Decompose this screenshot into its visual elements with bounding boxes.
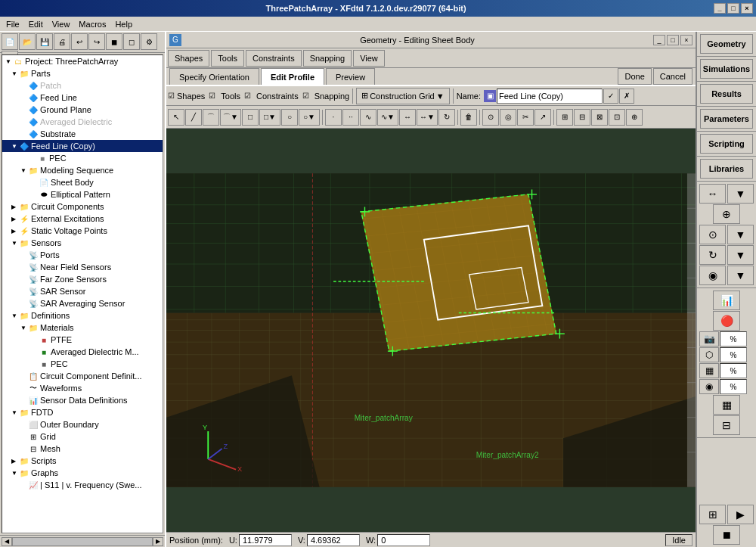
save-btn[interactable]: 💾 [36,33,53,50]
pan-btn[interactable]: ↔ [699,184,726,204]
tree-sensors[interactable]: ▼ 📁 Sensors [2,237,163,249]
fillet-btn[interactable]: ◎ [500,109,516,126]
geo-close-button[interactable]: × [680,35,692,45]
tool3-btn[interactable]: ⚙ [141,33,157,50]
tree-pec2[interactable]: ■ PEC [2,358,163,370]
scrollbar-thumb[interactable] [12,537,153,546]
camera-btn[interactable]: 📷 [699,331,719,347]
construction-grid-btn[interactable]: ⊞ Construction Grid ▼ [356,88,449,104]
tree-external[interactable]: ▶ ⚡ External Excitations [2,213,163,225]
zoom-dropdown-btn[interactable]: ▼ [727,225,754,244]
grid-view-btn[interactable]: ▦ [713,395,740,415]
pts2-btn[interactable]: ·· [342,109,359,126]
tree-avgdie[interactable]: 🔷 Averaged Dielectric [2,116,163,128]
print-btn[interactable]: 🖨 [54,33,70,50]
geometry-canvas[interactable]: Miter_patchArray Miter_patchArray2 Y [166,129,696,532]
tab-specify-orientation[interactable]: Specify Orientation [169,68,259,85]
zoom-btn[interactable]: ⊙ [699,225,726,244]
tree-parts[interactable]: ▼ 📁 Parts [2,67,163,79]
tree-s11[interactable]: 📈 | S11 | v. Frequency (Swe... [2,479,163,491]
spline-dropdown-btn[interactable]: ∿▼ [377,109,398,126]
tree-sheetbody[interactable]: 📄 Sheet Body [2,176,163,188]
pan-dropdown-btn[interactable]: ▼ [727,184,754,204]
lock-btn[interactable]: ⊟ [713,415,740,435]
name-accept-btn[interactable]: ✓ [603,89,618,104]
circle-dropdown-btn[interactable]: ○▼ [299,109,320,126]
trim-btn[interactable]: ✂ [517,109,534,126]
tree-feedlinecopy[interactable]: ▼ 🔷 Feed Line (Copy) [2,140,163,152]
rotate-dropdown-btn[interactable]: ▼ [727,245,754,265]
scripting-btn[interactable]: Scripting [700,134,753,154]
pct-btn3[interactable]: % [720,363,747,378]
shapes-menu[interactable]: Shapes [168,50,209,67]
zoom-fit-btn[interactable]: ⊕ [713,204,740,224]
geo-minimize-button[interactable]: _ [653,35,665,45]
menu-help[interactable]: Help [110,18,137,30]
simulations-btn[interactable]: Simulations [700,59,753,79]
scroll-right-btn[interactable]: ▶ [153,537,163,546]
tree-sar[interactable]: 📡 SAR Sensor [2,285,163,297]
tree-nearfield[interactable]: 📡 Near Field Sensors [2,261,163,273]
pts-btn[interactable]: · [325,109,342,126]
pointer-btn[interactable]: ↖ [168,109,184,126]
tree-definitions[interactable]: ▼ 📁 Definitions [2,309,163,322]
tree-outerboundary[interactable]: ⬜ Outer Boundary [2,418,163,430]
play-btn[interactable]: ▶ [727,505,754,524]
tree-ellpat[interactable]: ⬬ Elliptical Pattern [2,188,163,200]
tree-groundplane[interactable]: 🔷 Ground Plane [2,104,163,116]
tool1-btn[interactable]: ◼ [106,33,122,50]
new-btn[interactable]: 📄 [2,33,18,50]
line-btn[interactable]: ╱ [185,109,202,126]
tree-circuit[interactable]: ▶ 📁 Circuit Components [2,200,163,213]
tree-pec[interactable]: ■ PEC [2,152,163,164]
align4-btn[interactable]: ⊡ [609,109,625,126]
view3d-btn[interactable]: ◉ [699,266,726,285]
tree-ports[interactable]: 📡 Ports [2,249,163,261]
redo-btn[interactable]: ↪ [88,33,105,50]
material-btn[interactable]: ◉ [699,379,719,394]
align2-btn[interactable]: ⊟ [574,109,590,126]
menu-macros[interactable]: Macros [74,18,110,30]
tree-mesh[interactable]: ⊟ Mesh [2,443,163,455]
spline-btn[interactable]: ∿ [360,109,376,126]
shade-btn[interactable]: ▦ [699,363,719,378]
tree-farzone[interactable]: 📡 Far Zone Sensors [2,273,163,285]
align3-btn[interactable]: ⊠ [591,109,608,126]
view-menu[interactable]: View [353,50,385,67]
wire-btn[interactable]: ⬡ [699,347,719,362]
pct-btn4[interactable]: % [720,379,747,394]
tree-fdtd[interactable]: ▼ 📁 FDTD [2,406,163,418]
undo-btn[interactable]: ↩ [71,33,88,50]
menu-file[interactable]: File [2,18,24,30]
tree-saravg[interactable]: 📡 SAR Averaging Sensor [2,297,163,309]
tree-graphs[interactable]: ▼ 📁 Graphs [2,467,163,479]
scroll-left-btn[interactable]: ◀ [2,537,12,546]
geometry-btn[interactable]: Geometry [700,34,753,54]
curve-dropdown-btn[interactable]: ⌒▼ [220,109,241,126]
geo-maximize-button[interactable]: □ [667,35,679,45]
results-btn[interactable]: Results [700,84,753,104]
tree-substrate[interactable]: 🔷 Substrate [2,128,163,140]
tree-sensordata[interactable]: 📊 Sensor Data Definitions [2,394,163,406]
constraints-menu[interactable]: Constraints [246,50,302,67]
name-input[interactable] [497,89,603,104]
tab-edit-profile[interactable]: Edit Profile [261,68,324,85]
tree-waveforms[interactable]: 〜 Waveforms [2,382,163,394]
tree-avgdie2[interactable]: ■ Averaged Dielectric M... [2,346,163,358]
tree-feedline[interactable]: 🔷 Feed Line [2,92,163,104]
tree-grid[interactable]: ⊞ Grid [2,430,163,443]
curve-btn[interactable]: ⌒ [203,109,219,126]
cancel-button[interactable]: Cancel [653,68,692,85]
pct-btn2[interactable]: % [720,347,747,362]
snapping-menu[interactable]: Snapping [303,50,352,67]
stop-btn[interactable]: ⏹ [713,525,740,545]
menu-edit[interactable]: Edit [24,18,48,30]
rotate-btn[interactable]: ↻ [699,245,726,265]
mirror-dropdown-btn[interactable]: ↔▼ [417,109,438,126]
libraries-btn[interactable]: Libraries [700,159,753,179]
rotate-btn[interactable]: ↻ [438,109,455,126]
tree-scripts[interactable]: ▶ 📁 Scripts [2,455,163,467]
chart-btn[interactable]: 📊 [713,291,740,310]
tree-project[interactable]: ▼ 🗂 Project: ThreePatchArray [2,55,163,67]
close-button[interactable]: × [741,3,753,14]
